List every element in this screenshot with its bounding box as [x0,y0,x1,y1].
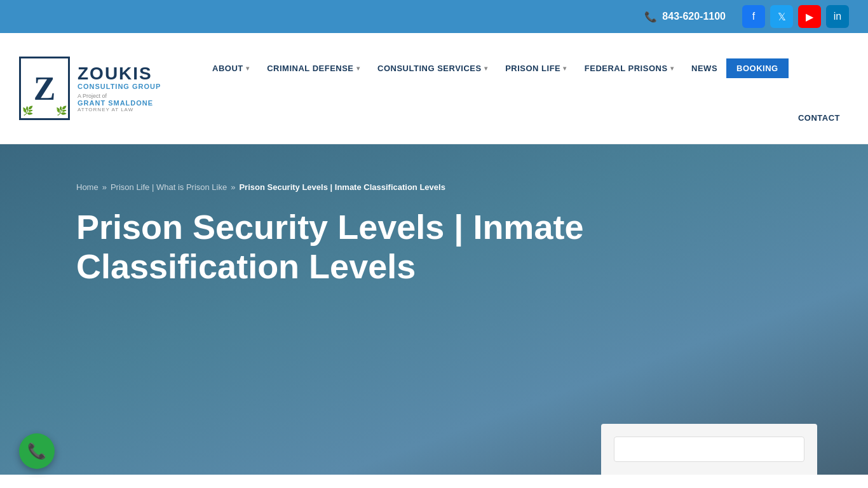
logo-brand: ZOUKIS [78,65,161,83]
breadcrumb: Home » Prison Life | What is Prison Like… [76,182,817,192]
chevron-down-icon: ▾ [563,65,567,72]
floating-phone-button[interactable]: 📞 [19,433,55,469]
nav-criminal-defense[interactable]: CRIMINAL DEFENSE ▾ [258,58,369,78]
facebook-button[interactable]: f [742,5,765,28]
phone-section[interactable]: 📞 843-620-1100 [644,11,726,23]
chevron-down-icon: ▾ [670,65,674,72]
phone-number: 843-620-1100 [662,11,726,22]
sidebar-card [601,424,817,475]
logo-area[interactable]: Z 🌿 🌿 ZOUKIS CONSULTING GROUP A Project … [19,57,178,120]
main-nav: Z 🌿 🌿 ZOUKIS CONSULTING GROUP A Project … [0,33,868,144]
nav-contact[interactable]: CONTACT [789,108,849,128]
logo-attorney: ATTORNEY AT LAW [78,107,161,112]
twitter-icon: 𝕏 [778,11,786,23]
page-title: Prison Security Levels | Inmate Classifi… [76,207,616,286]
logo-laurel-right: 🌿 [56,105,67,116]
breadcrumb-home[interactable]: Home [76,182,98,192]
top-bar: 📞 843-620-1100 f 𝕏 ▶ in [0,0,868,33]
linkedin-icon: in [834,11,841,22]
hero-section: Home » Prison Life | What is Prison Like… [0,144,868,475]
chevron-down-icon: ▾ [356,65,360,72]
chevron-down-icon: ▾ [484,65,488,72]
nav-links: ABOUT ▾ CRIMINAL DEFENSE ▾ CONSULTING SE… [178,33,849,78]
nav-consulting[interactable]: CONSULTING SERVICES ▾ [369,58,496,78]
nav-booking[interactable]: BOOKING [726,58,789,78]
breadcrumb-prison-life[interactable]: Prison Life | What is Prison Like [111,182,227,192]
logo-project-label: A Project of [78,93,161,99]
breadcrumb-sep-1: » [102,182,107,192]
nav-second-row: CONTACT [789,108,849,128]
breadcrumb-current: Prison Security Levels | Inmate Classifi… [239,182,445,192]
breadcrumb-sep-2: » [231,182,235,192]
facebook-icon: f [752,11,755,22]
chevron-down-icon: ▾ [246,65,250,72]
nav-federal-prisons[interactable]: FEDERAL PRISONS ▾ [576,58,682,78]
logo-laurel-left: 🌿 [22,105,33,116]
logo-text: ZOUKIS CONSULTING GROUP A Project of GRA… [78,65,161,112]
sidebar-card-inner [614,437,804,462]
nav-prison-life[interactable]: PRISON LIFE ▾ [496,58,576,78]
logo-letter: Z [34,70,56,107]
logo-sub: CONSULTING GROUP [78,83,161,90]
logo-grant: GRANT SMALDONE [78,99,161,107]
nav-about[interactable]: ABOUT ▾ [203,58,258,78]
logo-box: Z 🌿 🌿 [19,57,70,120]
nav-news[interactable]: NEWS [682,58,726,78]
youtube-button[interactable]: ▶ [798,5,821,28]
linkedin-button[interactable]: in [826,5,849,28]
twitter-button[interactable]: 𝕏 [770,5,793,28]
phone-icon: 📞 [644,11,657,23]
phone-call-icon: 📞 [27,442,46,460]
youtube-icon: ▶ [806,11,813,23]
social-icons: f 𝕏 ▶ in [742,5,849,28]
